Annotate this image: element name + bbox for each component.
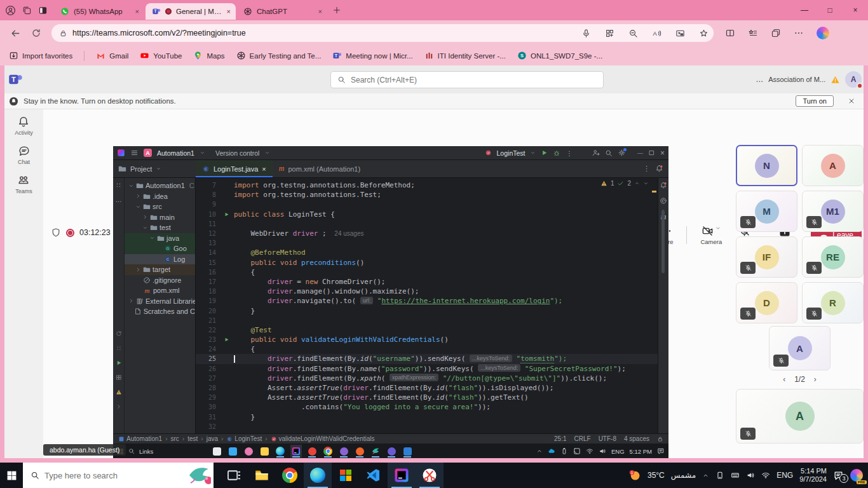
tree-item-src[interactable]: src: [125, 201, 195, 212]
phone-icon[interactable]: [715, 471, 724, 480]
project-widget[interactable]: Automation1: [157, 149, 194, 157]
rail-more-icon[interactable]: …: [116, 196, 122, 203]
bookmark-item[interactable]: YouTube: [140, 51, 182, 60]
chevron-up-icon[interactable]: [702, 472, 709, 479]
code-line[interactable]: 16 {: [196, 268, 658, 277]
code-line[interactable]: 26 driver.findElement(By.name("password"…: [196, 364, 658, 374]
line-separator[interactable]: CRLF: [574, 435, 591, 442]
header-more-icon[interactable]: …: [756, 75, 763, 84]
bookmark-item[interactable]: ITI Identity Server -...: [424, 51, 506, 60]
action-center-icon[interactable]: [657, 447, 665, 455]
participant-tile[interactable]: M: [736, 191, 797, 232]
code-line[interactable]: 17 driver = new ChromeDriver();: [196, 277, 658, 287]
run-panel-icon[interactable]: [116, 360, 122, 366]
touch-keyboard-icon[interactable]: [731, 471, 740, 480]
bookmark-item[interactable]: SONL1_SWD7_S9e -...: [517, 51, 602, 60]
intellij-taskbar-button[interactable]: [388, 463, 416, 488]
tree-item-gitignore[interactable]: .gitignore: [125, 275, 195, 286]
language-indicator[interactable]: ENG: [776, 471, 793, 480]
more-actions-icon[interactable]: ⋮: [566, 149, 573, 157]
tab-options-icon[interactable]: ⋮: [643, 165, 650, 173]
shield-icon[interactable]: [51, 227, 61, 238]
calculator-app-icon[interactable]: [211, 445, 222, 458]
tree-item-pomxml[interactable]: mpom.xml: [125, 285, 195, 296]
bookmark-item[interactable]: Maps: [193, 51, 224, 60]
teams-search[interactable]: [330, 71, 604, 88]
screen-clip-icon[interactable]: [573, 447, 581, 455]
tree-right-arrow-icon[interactable]: [135, 193, 141, 199]
code-line[interactable]: 25 driver.findElement(By.id("username"))…: [196, 354, 658, 363]
participant-tile[interactable]: M1: [802, 191, 864, 232]
bird-app-app-icon[interactable]: [370, 445, 381, 458]
window-minimize-button[interactable]: —: [792, 6, 817, 15]
code-line[interactable]: 23 public void validateLoginWithValidCre…: [196, 335, 658, 344]
tree-down-arrow-icon[interactable]: [149, 235, 155, 241]
structure-toggle-icon[interactable]: [115, 182, 122, 189]
services-icon[interactable]: [116, 374, 122, 381]
tree-item-target[interactable]: target: [125, 264, 195, 275]
page-next-icon[interactable]: ›: [814, 375, 817, 384]
copilot-button[interactable]: PRE: [850, 469, 863, 482]
code-line[interactable]: 15 public void preconditions(): [196, 258, 658, 268]
browser-tab[interactable]: TGeneral | Microsoft Teams×: [146, 3, 236, 20]
tree-item-log[interactable]: CLog: [125, 254, 195, 265]
tree-item-externallibrarie[interactable]: External Librarie: [125, 296, 195, 307]
file-explorer-taskbar-button[interactable]: [248, 463, 276, 488]
code-line[interactable]: 20 }: [196, 306, 658, 315]
read-aloud-icon[interactable]: A: [652, 29, 661, 38]
sidebar-item-activity[interactable]: Activity: [15, 116, 33, 136]
problems-icon[interactable]: [116, 389, 122, 395]
edge-taskbar-button[interactable]: [304, 463, 332, 488]
onedrive-icon[interactable]: [548, 447, 555, 455]
breadcrumb-item[interactable]: test: [187, 435, 198, 442]
tab-close-icon[interactable]: ×: [135, 8, 139, 15]
taskbar-search[interactable]: [23, 463, 214, 488]
language-indicator[interactable]: ENG: [611, 448, 625, 455]
participant-tile[interactable]: R: [802, 282, 864, 323]
brave-app-icon[interactable]: [354, 445, 365, 458]
participant-tile[interactable]: A: [802, 145, 864, 186]
terminal-icon[interactable]: [116, 403, 122, 410]
microsoft-store-taskbar-button[interactable]: [332, 463, 360, 488]
code-line[interactable]: 13: [196, 238, 658, 248]
profile-avatar[interactable]: A: [845, 71, 862, 88]
breadcrumb-item[interactable]: java: [207, 435, 218, 442]
chevron-up-icon[interactable]: [536, 448, 543, 454]
bookmark-item[interactable]: Early Testing and Te...: [236, 51, 322, 60]
code-line[interactable]: 30 .contains("You logged into a secure a…: [196, 402, 658, 412]
start-button[interactable]: [0, 463, 23, 488]
voice-search-icon[interactable]: [581, 29, 591, 38]
code-line[interactable]: 7import org.testng.annotations.BeforeMet…: [196, 180, 658, 190]
tree-right-arrow-icon[interactable]: [128, 298, 134, 304]
scrollbar-thumb[interactable]: [661, 210, 665, 273]
search-icon[interactable]: [128, 448, 135, 454]
indent-setting[interactable]: 4 spaces: [624, 435, 649, 442]
caret-position[interactable]: 25:1: [554, 435, 566, 442]
code-line[interactable]: 19 driver.navigate().to( url: "https://t…: [196, 296, 658, 306]
action-center-button[interactable]: 3: [833, 470, 844, 481]
main-menu-icon[interactable]: [130, 149, 139, 157]
teams-search-input[interactable]: [351, 76, 597, 85]
apps-icon[interactable]: [605, 29, 614, 38]
participant-tile[interactable]: N: [736, 145, 797, 186]
tree-item-automation1[interactable]: Automation1C...: [125, 180, 195, 191]
sidebar-item-chat[interactable]: Chat: [18, 145, 31, 165]
notifications-bell-icon[interactable]: [660, 182, 667, 189]
chevron-down-icon[interactable]: [715, 225, 721, 231]
speaker-icon[interactable]: [746, 471, 755, 480]
ai-assistant-icon[interactable]: [660, 197, 667, 205]
code-with-me-icon[interactable]: [592, 149, 600, 157]
vcs-icon[interactable]: [116, 330, 122, 337]
code-line[interactable]: 28 Assert.assertTrue(driver.findElement(…: [196, 383, 658, 393]
wifi-icon[interactable]: [586, 447, 593, 455]
edge-app-icon[interactable]: [275, 445, 286, 458]
vscode-taskbar-button[interactable]: [360, 463, 388, 488]
participant-tile[interactable]: IF: [736, 236, 797, 278]
browser-tab[interactable]: ChatGPT×: [237, 3, 327, 20]
bookmark-item[interactable]: Import favorites: [9, 51, 72, 60]
breadcrumb-item[interactable]: src: [171, 435, 179, 442]
ide-close-button[interactable]: ×: [660, 149, 665, 158]
refresh-button[interactable]: [31, 28, 41, 38]
code-line[interactable]: 10public class LoginTest {: [196, 210, 658, 219]
code-line[interactable]: 8import org.testng.annotations.Test;: [196, 190, 658, 200]
